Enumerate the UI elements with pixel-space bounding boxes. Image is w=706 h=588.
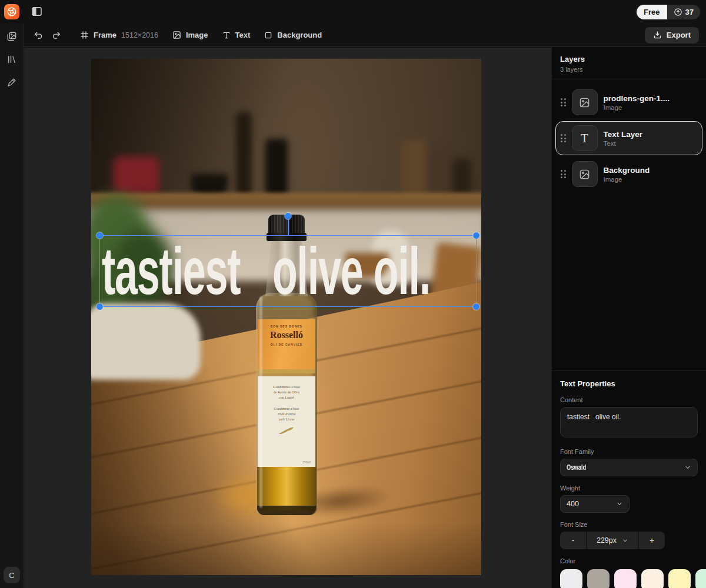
background-tool-button[interactable]: Background — [257, 27, 329, 44]
chevron-down-icon — [622, 537, 628, 544]
toolbar: Frame 1512×2016 Image Text Background Ex… — [24, 24, 706, 47]
layer-name: prodlens-gen-1.... — [604, 94, 670, 103]
top-bar: Free 37 — [0, 0, 706, 24]
content-label: Content — [560, 396, 698, 403]
text-properties-title: Text Properties — [560, 379, 698, 388]
export-label: Export — [667, 31, 691, 39]
content-input[interactable]: tastiest olive oil. — [560, 407, 698, 437]
color-swatch-cream[interactable] — [641, 569, 664, 588]
redo-button[interactable] — [47, 27, 65, 44]
user-avatar[interactable]: C — [4, 567, 20, 583]
text-label: Text — [235, 31, 251, 39]
bottle-base — [257, 506, 316, 515]
canvas-area[interactable]: SON SES BONES Rosselló OLI DE CANVIES Co… — [24, 48, 551, 588]
layers-panel-header: Layers 3 layers — [552, 47, 706, 79]
color-swatch-mint[interactable] — [695, 569, 706, 588]
layer-name: Background — [604, 166, 650, 175]
text-layer-selection[interactable]: tastiest olive oil. — [99, 235, 477, 307]
layer-row-prodlens[interactable]: prodlens-gen-1.... Image — [555, 85, 702, 119]
sidebar-toggle-icon[interactable] — [32, 7, 42, 16]
color-swatch-pink[interactable] — [614, 569, 637, 588]
canvas-text: tastiest olive oil. — [102, 238, 430, 305]
resize-handle-nw[interactable] — [96, 232, 103, 239]
text-icon — [222, 31, 231, 39]
bottle-label-orange: SON SES BONES Rosselló OLI DE CANVIES — [258, 319, 315, 369]
canvas-image: SON SES BONES Rosselló OLI DE CANVIES Co… — [91, 59, 481, 575]
resize-handle-sw[interactable] — [96, 303, 103, 310]
image-icon — [172, 31, 181, 39]
layer-type: Text — [604, 140, 643, 147]
avatar-initial: C — [9, 571, 14, 580]
resize-handle-ne[interactable] — [473, 232, 479, 239]
font-family-value: Oswald — [567, 463, 586, 472]
font-size-increase-button[interactable]: + — [639, 532, 665, 549]
drag-handle-icon[interactable] — [561, 134, 566, 142]
undo-button[interactable] — [29, 27, 47, 44]
layer-thumbnail: T — [572, 125, 598, 151]
drag-handle-icon[interactable] — [561, 98, 566, 106]
assets-gallery-button[interactable] — [4, 29, 19, 44]
font-size-value: 229px — [597, 536, 617, 544]
aperture-icon — [6, 6, 17, 17]
font-family-select[interactable]: Oswald — [560, 459, 698, 476]
photo-grinder — [236, 112, 252, 196]
bottle-volume: 250ml — [302, 460, 311, 464]
bottle-label-white: Condimento a base de Aceite de Oliva con… — [258, 376, 315, 467]
bottle-brand: Rosselló — [258, 330, 315, 340]
canvas-text-layer[interactable]: tastiest olive oil. — [102, 236, 478, 306]
photo-cloth — [91, 303, 201, 380]
frame-label: Frame — [94, 31, 116, 39]
background-icon — [264, 31, 272, 39]
download-icon — [653, 31, 662, 39]
image-tool-button[interactable]: Image — [165, 27, 215, 44]
layer-row-text[interactable]: T Text Layer Text — [555, 121, 702, 155]
frame-icon — [80, 31, 89, 39]
photo-grinder — [265, 139, 288, 198]
weight-select[interactable]: 400 — [560, 495, 630, 513]
olive-sprig-icon — [278, 426, 295, 435]
text-tool-button[interactable]: Text — [215, 27, 258, 44]
font-size-control: - 229px + — [560, 532, 665, 549]
pen-tool-button[interactable] — [4, 75, 19, 90]
credits-count: 37 — [685, 8, 694, 16]
rotation-handle[interactable] — [285, 213, 291, 219]
image-label: Image — [186, 31, 208, 39]
color-swatch-white[interactable] — [560, 569, 582, 588]
bottle-brand-sub: OLI DE CANVIES — [258, 343, 315, 346]
color-swatch-gray[interactable] — [587, 569, 610, 588]
free-label: Free — [644, 8, 660, 16]
app-logo[interactable] — [4, 4, 19, 19]
bottle-brand-top: SON SES BONES — [258, 325, 315, 328]
drag-handle-icon[interactable] — [561, 170, 566, 178]
credits-coin-icon — [674, 8, 682, 16]
photo-jar — [452, 159, 471, 198]
resize-handle-se[interactable] — [473, 303, 479, 310]
export-button[interactable]: Export — [645, 27, 699, 44]
font-size-select[interactable]: 229px — [586, 532, 639, 549]
left-sidebar: C — [0, 24, 24, 588]
credits-badge[interactable]: 37 — [667, 5, 700, 19]
frame-size-value: 1512×2016 — [121, 31, 158, 39]
color-swatches — [560, 569, 698, 588]
font-size-decrease-button[interactable]: - — [560, 532, 586, 549]
font-size-label: Font Size — [560, 521, 698, 528]
font-family-label: Font Family — [560, 448, 698, 455]
layer-thumbnail — [572, 161, 598, 187]
library-button[interactable] — [4, 52, 19, 67]
image-icon — [579, 97, 590, 108]
layer-row-background[interactable]: Background Image — [555, 157, 702, 191]
right-panel: Layers 3 layers prodlens-gen-1.... Image… — [551, 47, 706, 588]
layers-count: 3 layers — [560, 66, 698, 73]
background-label: Background — [277, 31, 322, 39]
layers-list: prodlens-gen-1.... Image T Text Layer Te… — [552, 79, 706, 197]
free-plan-badge[interactable]: Free — [637, 5, 667, 19]
gallery-icon — [6, 31, 17, 42]
image-icon — [579, 169, 590, 180]
bottle-glass-highlight — [259, 296, 262, 508]
frame-tool-button[interactable]: Frame 1512×2016 — [73, 27, 165, 44]
undo-icon — [34, 30, 44, 40]
layer-info: Text Layer Text — [604, 130, 643, 147]
color-swatch-yellow[interactable] — [668, 569, 691, 588]
layer-info: Background Image — [604, 166, 650, 183]
weight-value: 400 — [567, 500, 579, 508]
